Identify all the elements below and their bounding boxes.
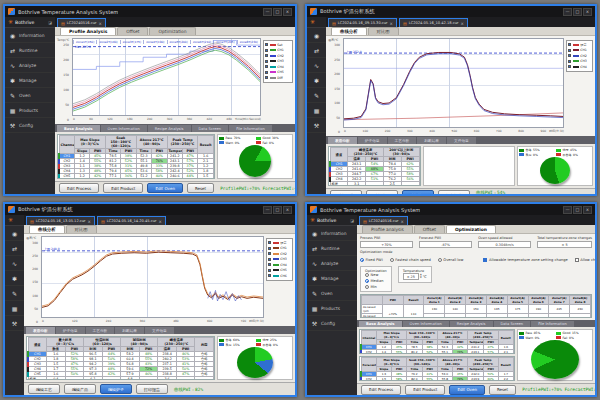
sidebar-item[interactable]: ⚒ Config [307, 118, 326, 133]
section-tab[interactable]: 炉子信息 [358, 137, 387, 144]
temperature-value[interactable]: ± 25 [403, 273, 419, 280]
window-control-button[interactable]: □ [273, 8, 282, 16]
close-tab-icon[interactable]: × [158, 219, 161, 224]
title-bar[interactable]: Bothrive 炉温分析系统 —□× [5, 204, 295, 215]
document-tab[interactable]: ▤ LC2024.05.16_10.42.18.cur × [399, 18, 468, 27]
legend-checkbox[interactable] [265, 49, 268, 52]
window-control-button[interactable]: — [263, 206, 272, 214]
action-button[interactable]: 编辑炉子 [100, 384, 132, 394]
legend-checkbox[interactable] [268, 263, 271, 266]
action-button[interactable]: 编辑工艺 [330, 190, 362, 194]
view-tab[interactable]: Offset [117, 27, 148, 35]
view-tab[interactable]: 对比图 [66, 225, 97, 233]
field-value[interactable]: -87% [419, 241, 472, 248]
document-tab[interactable]: ▤ LC20240516.cur × [359, 216, 408, 225]
legend-checkbox[interactable] [568, 43, 571, 46]
legend-checkbox[interactable] [568, 60, 571, 63]
legend-checkbox[interactable] [268, 258, 271, 261]
pin-icon[interactable]: ◪ [350, 218, 354, 223]
sidebar-item[interactable]: ▦ Products [5, 301, 24, 316]
radio-icon[interactable] [438, 258, 442, 262]
radio-option[interactable]: Median [365, 279, 387, 283]
action-button[interactable]: 打印报告 [136, 384, 168, 394]
window-control-button[interactable]: □ [273, 206, 282, 214]
sidebar-item[interactable]: ∿ Analyze [5, 58, 55, 73]
title-bar[interactable]: Bothrive 炉温分析系统 —□× [307, 6, 595, 17]
action-button[interactable]: 打印报告 [438, 190, 470, 194]
action-button[interactable]: Edit Oven [147, 183, 183, 193]
section-tab[interactable]: 炉子信息 [56, 327, 85, 334]
legend-checkbox[interactable] [265, 60, 268, 63]
section-tab[interactable]: 文件信息 [447, 137, 476, 144]
radio-icon[interactable] [365, 273, 369, 277]
radio-option[interactable]: New [365, 273, 387, 277]
field-value[interactable]: ± 5 [537, 241, 592, 248]
checkbox-icon[interactable] [483, 258, 487, 262]
title-bar[interactable]: Bothrive Temperature Analysis System —□× [307, 204, 595, 215]
section-tab[interactable]: Data Screen [192, 125, 229, 132]
checkbox-option[interactable]: Allow chain speed change [575, 258, 595, 262]
view-tab[interactable]: Profile analysis [362, 225, 413, 233]
legend-item[interactable]: CH4 [568, 64, 591, 70]
action-button[interactable]: Edit Process [59, 183, 99, 193]
sidebar-item[interactable]: ✎ Oven [307, 88, 326, 103]
sidebar-item[interactable]: ▦ Products [5, 103, 55, 118]
legend-checkbox[interactable] [268, 252, 271, 255]
sidebar-item[interactable]: ⇄ Runtime [5, 241, 24, 256]
view-tab[interactable]: 对比图 [368, 27, 399, 35]
sidebar-item[interactable]: ▦ Products [307, 301, 357, 316]
profile-chart[interactable]: 上限:252.0 [343, 38, 564, 128]
radio-icon[interactable] [390, 258, 394, 262]
radio-option[interactable]: Fixed PWI [360, 258, 383, 262]
sidebar-item[interactable]: ✎ Oven [307, 286, 357, 301]
title-bar[interactable]: Bothrive Temperature Analysis System —□× [5, 6, 295, 17]
section-tab[interactable]: Base Analysis [57, 125, 100, 132]
view-tab[interactable]: 曲线分析 [331, 27, 367, 35]
sidebar-item[interactable]: ▦ Products [307, 103, 326, 118]
window-control-button[interactable]: × [283, 8, 292, 16]
section-tab[interactable]: 表面分析 [328, 137, 357, 144]
action-button[interactable]: Edit Oven [449, 385, 485, 395]
window-control-button[interactable]: × [283, 206, 292, 214]
window-control-button[interactable]: □ [573, 206, 582, 214]
legend-item[interactable]: CH6 [268, 273, 291, 279]
sidebar-item[interactable]: ✱ Manage [5, 271, 24, 286]
sidebar-item[interactable]: ⚒ Config [5, 118, 55, 133]
sidebar-item[interactable]: ✎ Oven [5, 286, 24, 301]
legend-checkbox[interactable] [268, 269, 271, 272]
action-button[interactable]: Edit Product [405, 385, 445, 395]
sidebar-item[interactable]: ⇄ Runtime [307, 241, 357, 256]
sidebar-header[interactable]: ✳ [307, 17, 326, 28]
sidebar-item[interactable]: ⚒ Config [307, 316, 357, 331]
legend-item[interactable]: Diff [265, 75, 291, 81]
field-value[interactable]: +70% [360, 241, 413, 248]
window-control-button[interactable]: □ [573, 8, 582, 16]
legend-checkbox[interactable] [268, 241, 271, 244]
pin-icon[interactable]: ◪ [48, 20, 52, 25]
checkbox-icon[interactable] [575, 258, 579, 262]
window-control-button[interactable]: × [583, 8, 592, 16]
section-tab[interactable]: File Information [229, 125, 272, 132]
action-button[interactable]: Edit Process [361, 385, 401, 395]
sidebar-item[interactable]: ◉ Information [307, 28, 326, 43]
window-control-button[interactable]: — [263, 8, 272, 16]
close-tab-icon[interactable]: × [460, 21, 463, 26]
sidebar-item[interactable]: ∿ Analyze [307, 58, 326, 73]
radio-option[interactable]: Overall low [438, 258, 464, 262]
sidebar-item[interactable]: ◉ Information [307, 226, 357, 241]
sidebar-item[interactable]: ◉ Information [5, 226, 24, 241]
section-tab[interactable]: 表面分析 [26, 327, 55, 334]
radio-option[interactable]: Min [365, 285, 387, 289]
close-tab-icon[interactable]: × [88, 219, 91, 224]
sidebar-item[interactable]: ✱ Manage [5, 73, 55, 88]
sidebar-item[interactable]: ∿ Analyze [307, 256, 357, 271]
close-tab-icon[interactable]: × [390, 21, 393, 26]
window-control-button[interactable]: — [563, 8, 572, 16]
sidebar-item[interactable]: ⚒ Config [5, 316, 24, 331]
close-tab-icon[interactable]: × [98, 21, 101, 26]
action-button[interactable]: 编辑工艺 [28, 384, 60, 394]
legend-checkbox[interactable] [568, 54, 571, 57]
view-tab[interactable]: Optimization [446, 225, 496, 233]
sidebar-header[interactable]: ✳ Bothrive ◪ [5, 17, 55, 28]
document-tab[interactable]: ▤ LC2024.05.16_14.20.45.cur × [97, 216, 166, 225]
